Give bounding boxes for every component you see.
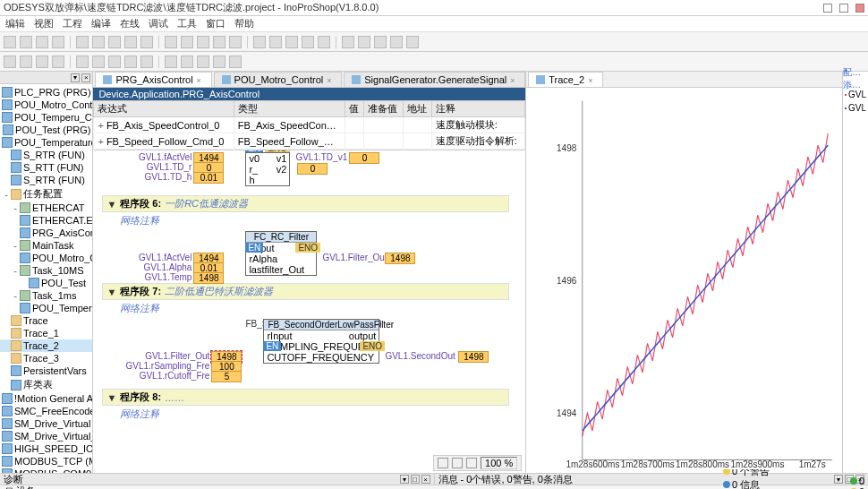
toolbar-icon[interactable] — [181, 56, 193, 68]
trace-chart[interactable]: 1498 1496 1494 1m28s600ms 1m28s700ms 1m2… — [532, 91, 837, 469]
menu-item[interactable]: 工具 — [177, 17, 197, 30]
section-header[interactable]: ▼ 程序段 6: 一阶RC低通滤波器 — [102, 195, 509, 212]
column-header[interactable]: 准备值 — [363, 101, 403, 117]
toolbar-icon[interactable] — [253, 36, 266, 48]
tree-item[interactable]: 库类表 — [0, 377, 92, 392]
table-row[interactable]: + FB_Speed_Follow_Cmd_0FB_Speed_Follow_…… — [94, 133, 525, 150]
tree-item[interactable]: -Task_1ms — [0, 289, 92, 302]
tree-item[interactable]: POU_Temperature (PRG) — [0, 136, 92, 149]
status-pill[interactable]: 0 信息 — [723, 478, 782, 490]
tree-item[interactable]: !Motion General Axis Pool — [0, 392, 92, 405]
tree-item[interactable]: S_RTT (FUN) — [0, 161, 92, 174]
toolbar-icon[interactable] — [108, 36, 121, 48]
toolbar-icon[interactable] — [4, 36, 16, 48]
menu-item[interactable]: 编辑 — [5, 17, 25, 30]
toolbar-icon[interactable] — [20, 56, 32, 68]
column-header[interactable]: 类型 — [234, 101, 345, 117]
minimize-icon[interactable] — [823, 4, 832, 13]
editor-tab[interactable]: SignalGenerator.GenerateSignal× — [344, 72, 525, 87]
toolbar-icon[interactable] — [20, 36, 32, 48]
section-header[interactable]: ▼ 程序段 8: …… — [102, 389, 509, 406]
close-icon[interactable]: × — [510, 76, 517, 83]
column-header[interactable]: 值 — [345, 101, 363, 117]
pane-close-icon[interactable]: × — [81, 73, 90, 82]
column-header[interactable]: 注释 — [431, 101, 524, 117]
zoom-in-icon[interactable] — [452, 458, 463, 468]
menu-item[interactable]: 在线 — [120, 17, 140, 30]
toolbar-icon[interactable] — [374, 36, 387, 48]
toolbar-icon[interactable] — [52, 56, 64, 68]
variable-table[interactable]: 表达式类型值准备值地址注释 + FB_Axis_SpeedControl_0FB… — [93, 100, 525, 150]
toolbar-icon[interactable] — [124, 36, 137, 48]
menu-item[interactable]: 工程 — [63, 17, 82, 30]
tree-item[interactable]: POU_Test — [0, 277, 92, 289]
tree-item[interactable]: Trace — [0, 314, 92, 327]
toolbar-icon[interactable] — [229, 56, 242, 68]
editor-tab[interactable]: PRG_AxisControl× — [95, 72, 211, 87]
toolbar-icon[interactable] — [197, 36, 209, 48]
menu-item[interactable]: 编译 — [91, 17, 111, 30]
collapse-icon[interactable]: ▼ — [106, 199, 116, 210]
toolbar-icon[interactable] — [36, 36, 48, 48]
ladder-editor[interactable]: GVL1.fActVel 1494 GVL1.TD_r 0 GVL1.TD_h … — [93, 150, 525, 473]
toolbar-icon[interactable] — [108, 56, 121, 68]
tree-item[interactable]: POU_Test (PRG) — [0, 124, 92, 136]
toolbar-icon[interactable] — [318, 36, 330, 48]
toolbar-icon[interactable] — [76, 56, 89, 68]
section-header[interactable]: ▼ 程序段 7: 二阶低通巴特沃斯滤波器 — [102, 283, 509, 300]
tree-item[interactable]: -Task_10MS — [0, 264, 92, 277]
toolbar-icon[interactable] — [269, 36, 282, 48]
toolbar-icon[interactable] — [213, 56, 226, 68]
project-tree[interactable]: PLC_PRG (PRG)POU_Motro_Control (PRG)POU_… — [0, 84, 92, 473]
tree-item[interactable]: S_RTR (FUN) — [0, 174, 92, 186]
toolbar-icon[interactable] — [165, 36, 177, 48]
toolbar-icon[interactable] — [229, 36, 242, 48]
column-header[interactable]: 表达式 — [94, 101, 234, 117]
toolbar-icon[interactable] — [92, 36, 105, 48]
dropdown-icon[interactable]: ▾ — [400, 475, 409, 484]
toolbar-icon[interactable] — [4, 56, 16, 68]
menu-item[interactable]: 视图 — [34, 17, 54, 30]
tree-item[interactable]: ETHERCAT.EtherCA — [0, 214, 92, 227]
trace-tab[interactable]: Trace_2 × — [528, 72, 603, 87]
dropdown-icon[interactable]: ▾ — [834, 475, 843, 484]
editor-tab[interactable]: POU_Motro_Control× — [214, 72, 343, 87]
tree-item[interactable]: PersistentVars — [0, 365, 92, 377]
collapse-icon[interactable]: ▼ — [106, 392, 116, 403]
menu-item[interactable]: 帮助 — [234, 17, 254, 30]
toolbar-icon[interactable] — [181, 36, 193, 48]
toolbar-icon[interactable] — [406, 36, 419, 48]
tree-item[interactable]: POU_Temperu_Ctrl (PRG) — [0, 111, 92, 124]
tree-item[interactable]: POU_Temperu_Ctrl — [0, 302, 92, 314]
close-icon[interactable]: × — [197, 76, 204, 83]
toolbar-icon[interactable] — [302, 36, 314, 48]
tree-item[interactable]: POU_Motro_Control — [0, 252, 92, 264]
toolbar-icon[interactable] — [124, 56, 137, 68]
tree-item[interactable]: -ETHERCAT — [0, 202, 92, 214]
tree-item[interactable]: SM_Drive_Virtual (SM_Drive_ — [0, 417, 92, 430]
toolbar-icon[interactable] — [36, 56, 48, 68]
config-link[interactable]: 配置近边 — [843, 66, 866, 79]
tree-item[interactable]: Trace_3 — [0, 352, 92, 365]
add-trace-link[interactable]: 添加跟踪 — [843, 79, 866, 91]
close-icon[interactable]: × — [421, 475, 430, 484]
tree-item[interactable]: MODBUS_TCP (ModbusTCP Devi — [0, 455, 92, 468]
tree-item[interactable]: PRG_AxisControl — [0, 227, 92, 239]
menu-item[interactable]: 调试 — [149, 17, 168, 30]
pin-icon[interactable]: □ — [411, 475, 420, 484]
cursor-icon[interactable] — [438, 458, 448, 468]
toolbar-icon[interactable] — [390, 36, 403, 48]
toolbar-icon[interactable] — [52, 36, 64, 48]
tree-item[interactable]: SMC_FreeEncoder (SMC_Free — [0, 405, 92, 417]
close-icon[interactable] — [855, 4, 864, 13]
zoom-fit-icon[interactable] — [466, 458, 477, 468]
collapse-icon[interactable]: ▼ — [106, 287, 116, 297]
zoom-level[interactable]: 100 % — [481, 457, 517, 469]
toolbar-icon[interactable] — [92, 56, 105, 68]
tree-item[interactable]: Trace_2 — [0, 339, 92, 352]
toolbar-icon[interactable] — [140, 36, 153, 48]
tree-item[interactable]: -MainTask — [0, 239, 92, 252]
toolbar-icon[interactable] — [213, 36, 226, 48]
toolbar-icon[interactable] — [140, 56, 153, 68]
close-icon[interactable]: × — [588, 76, 595, 83]
